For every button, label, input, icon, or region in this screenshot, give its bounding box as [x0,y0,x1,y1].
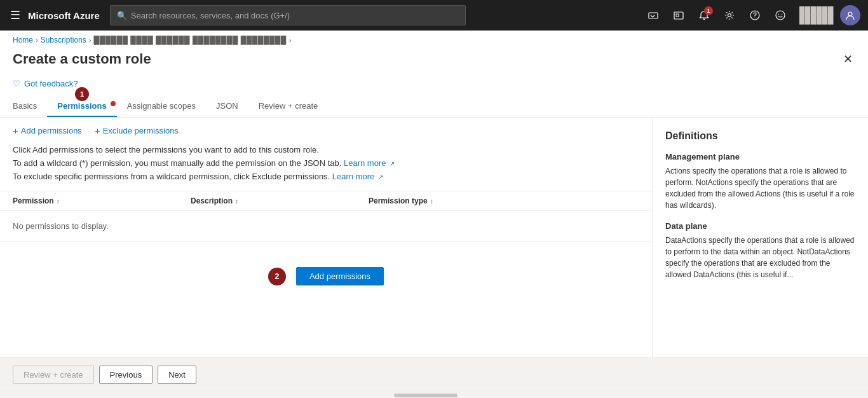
empty-text: No permissions to display. [13,221,109,231]
sort-icon-permission[interactable]: ↕ [57,198,60,205]
breadcrumb-home[interactable]: Home [13,36,33,45]
azure-brand: Microsoft Azure [28,10,100,21]
sort-icon-description[interactable]: ↕ [235,198,238,205]
learn-more-link-1[interactable]: Learn more ↗ [344,158,395,168]
svg-point-5 [754,17,755,18]
management-plane-title: Management plane [665,152,855,161]
hamburger-menu-icon[interactable]: ☰ [8,6,23,25]
svg-rect-0 [649,13,658,18]
info-line-3: To exclude specific permissions from a w… [13,170,639,184]
column-header-permission-type: Permission type ↕ [369,196,508,205]
breadcrumb-subscription-name: ██████ ████ ██████ ████████ ████████ [93,36,286,45]
feedback-label: Got feedback? [24,79,78,88]
sort-icon-permission-type[interactable]: ↕ [430,198,433,205]
breadcrumb-sep-2: › [89,36,92,44]
svg-rect-2 [676,14,679,17]
avatar[interactable] [840,5,860,25]
definitions-title: Definitions [665,130,855,142]
learn-more-link-2[interactable]: Learn more ↗ [332,172,383,181]
user-tenant: ██████ [799,15,834,24]
breadcrumb-subscriptions[interactable]: Subscriptions [41,36,86,45]
help-icon[interactable] [743,4,766,27]
feedback-icon[interactable] [769,4,792,27]
left-panel: + Add permissions + Exclude permissions … [0,118,652,357]
tab-permissions-label: Permissions [57,101,106,111]
table-empty-message: No permissions to display. [0,211,652,242]
add-permissions-wrapper: 2 Add permissions [268,267,384,285]
tab-basics[interactable]: Basics [13,96,47,117]
settings-icon[interactable] [718,4,741,27]
notification-badge: 1 [704,6,713,15]
info-line-2: To add a wildcard (*) permission, you mu… [13,157,639,170]
step-badge-1: 1 [75,87,89,101]
svg-point-9 [848,12,852,16]
add-permissions-section: 2 Add permissions [0,242,652,311]
search-icon: 🔍 [117,11,127,20]
previous-button[interactable]: Previous [99,366,153,384]
user-name: ██████ [799,6,834,15]
feedback-bar[interactable]: ♡ Got feedback? [0,76,868,96]
tab-review-create[interactable]: Review + create [248,96,329,117]
info-line-1: Click Add permissions to select the perm… [13,144,639,157]
exclude-permissions-label: Exclude permissions [103,126,179,135]
add-permissions-toolbar-button[interactable]: + Add permissions [13,125,82,136]
close-button[interactable]: ✕ [841,50,855,69]
svg-point-6 [776,11,785,20]
tab-permissions[interactable]: Permissions 1 [47,96,116,117]
svg-point-7 [778,14,779,15]
exclude-permissions-button[interactable]: + Exclude permissions [95,125,179,136]
breadcrumb: Home › Subscriptions › ██████ ████ █████… [0,31,868,50]
tab-assignable-scopes-label: Assignable scopes [127,101,196,111]
column-header-description: Description ↕ [191,196,369,205]
cloud-shell-icon[interactable] [642,4,665,27]
info-section: Click Add permissions to select the perm… [0,144,652,191]
page-header: Create a custom role ✕ [0,50,868,76]
search-input[interactable] [131,11,459,20]
tab-basics-label: Basics [13,101,37,111]
heart-icon: ♡ [13,79,20,88]
breadcrumb-sep-1: › [36,36,38,44]
toolbar: + Add permissions + Exclude permissions [0,118,652,144]
column-permission-label: Permission [13,196,54,205]
tab-json[interactable]: JSON [206,96,248,117]
search-bar[interactable]: 🔍 [110,5,466,25]
external-link-icon-1: ↗ [390,160,395,167]
review-create-button[interactable]: Review + create [13,366,94,384]
horizontal-scrollbar-thumb [394,394,458,397]
tab-review-create-label: Review + create [259,101,318,111]
info-line-2-prefix: To add a wildcard (*) permission, you mu… [13,158,341,168]
data-plane-text: DataActions specify the operations that … [665,235,855,280]
info-line-3-prefix: To exclude specific permissions from a w… [13,172,330,181]
topnav-icons: 1 ██████ ██████ [642,4,860,27]
management-plane-text: Actions specify the operations that a ro… [665,165,855,211]
external-link-icon-2: ↗ [378,174,383,181]
directory-icon[interactable] [667,4,690,27]
data-plane-title: Data plane [665,221,855,231]
page-title: Create a custom role [13,51,151,67]
tab-json-label: JSON [216,101,238,111]
footer: Review + create Previous Next [0,357,868,392]
add-permissions-button[interactable]: Add permissions [296,267,384,285]
tabs-container: Basics Permissions 1 Assignable scopes J… [0,96,868,118]
column-description-label: Description [191,196,233,205]
top-navigation: ☰ Microsoft Azure 🔍 1 ██████ ██████ [0,0,868,31]
plus-icon: + [13,125,18,136]
step-badge-2: 2 [268,268,286,285]
table-header: Permission ↕ Description ↕ Permission ty… [0,191,652,211]
plus-icon-2: + [95,125,100,136]
column-header-permission: Permission ↕ [13,196,191,205]
learn-more-label-2: Learn more [332,172,374,181]
main-layout: + Add permissions + Exclude permissions … [0,118,868,357]
tab-assignable-scopes[interactable]: Assignable scopes [117,96,206,117]
svg-point-8 [782,14,782,15]
column-permission-type-label: Permission type [369,196,428,205]
learn-more-label-1: Learn more [344,158,386,168]
notifications-icon[interactable]: 1 [693,4,715,27]
svg-point-3 [728,14,731,17]
breadcrumb-sep-3: › [289,36,292,44]
definitions-management-plane: Management plane Actions specify the ope… [665,152,855,211]
permissions-badge [111,101,116,106]
next-button[interactable]: Next [158,366,196,384]
horizontal-scrollbar[interactable] [0,392,868,398]
page-container: Home › Subscriptions › ██████ ████ █████… [0,31,868,398]
